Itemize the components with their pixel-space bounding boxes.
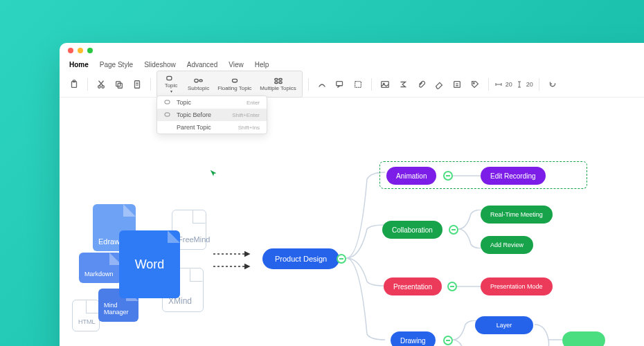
tag-button[interactable] bbox=[467, 77, 483, 92]
paste-button[interactable] bbox=[129, 77, 145, 92]
node-drawing[interactable]: Drawing bbox=[391, 331, 436, 346]
maximize-window-button[interactable] bbox=[87, 48, 93, 53]
svg-rect-8 bbox=[194, 79, 197, 82]
refresh-button[interactable] bbox=[545, 77, 560, 92]
node-animation[interactable]: Animation bbox=[386, 167, 436, 185]
window-titlebar bbox=[60, 43, 644, 58]
copy-button[interactable] bbox=[111, 77, 127, 92]
cursor-icon bbox=[209, 169, 219, 181]
dropdown-parent-topic[interactable]: Parent TopicShift+Ins bbox=[157, 121, 267, 134]
multiple-topics-button[interactable]: Multiple Topics bbox=[256, 73, 300, 95]
svg-rect-17 bbox=[336, 81, 342, 85]
file-html[interactable]: HTML bbox=[72, 300, 100, 331]
v-spacing-control[interactable]: 20 bbox=[515, 80, 533, 89]
menu-home[interactable]: Home bbox=[69, 61, 89, 69]
menubar: Home Page Style Slideshow Advanced View … bbox=[60, 58, 644, 71]
node-presentation[interactable]: Presentation bbox=[384, 277, 442, 295]
dropdown-topic[interactable]: TopicEnter bbox=[157, 96, 267, 109]
svg-rect-10 bbox=[232, 79, 237, 82]
import-arrow-2 bbox=[213, 262, 255, 271]
file-word[interactable]: Word bbox=[119, 230, 180, 298]
menu-slideshow[interactable]: Slideshow bbox=[144, 61, 176, 69]
connector bbox=[535, 320, 562, 346]
svg-rect-15 bbox=[165, 100, 170, 104]
svg-rect-19 bbox=[381, 81, 388, 87]
svg-rect-14 bbox=[278, 81, 281, 83]
topic-button-group: Topic▾ Subtopic Floating Topic Multiple … bbox=[156, 71, 303, 97]
toolbar: Topic▾ Subtopic Floating Topic Multiple … bbox=[60, 71, 644, 98]
menu-page-style[interactable]: Page Style bbox=[100, 61, 133, 69]
clipboard-button[interactable] bbox=[66, 77, 82, 92]
menu-advanced[interactable]: Advanced bbox=[187, 61, 217, 69]
file-markdown[interactable]: Markdown bbox=[79, 253, 122, 283]
svg-rect-18 bbox=[355, 81, 361, 87]
collapse-animation[interactable] bbox=[443, 171, 453, 181]
attachment-button[interactable] bbox=[413, 77, 429, 92]
node-add-review[interactable]: Add Review bbox=[481, 236, 533, 254]
svg-point-22 bbox=[473, 82, 474, 84]
boundary-button[interactable] bbox=[350, 77, 366, 92]
close-window-button[interactable] bbox=[68, 48, 73, 53]
eraser-button[interactable] bbox=[431, 77, 447, 92]
node-edit-recording[interactable]: Edit Recording bbox=[481, 167, 546, 185]
topic-dropdown-menu: TopicEnter Topic BeforeShift+Enter Paren… bbox=[156, 95, 267, 134]
svg-rect-11 bbox=[274, 78, 277, 80]
node-summary[interactable] bbox=[562, 331, 605, 346]
menu-help[interactable]: Help bbox=[255, 61, 269, 69]
node-layer[interactable]: Layer bbox=[475, 316, 533, 334]
node-realtime-meeting[interactable]: Real-Time Meeting bbox=[481, 206, 553, 224]
collapse-drawing[interactable] bbox=[443, 336, 453, 345]
node-presentation-mode[interactable]: Presentation Mode bbox=[481, 277, 553, 295]
collapse-root[interactable] bbox=[337, 254, 346, 264]
dropdown-topic-before[interactable]: Topic BeforeShift+Enter bbox=[157, 109, 267, 121]
svg-rect-6 bbox=[135, 80, 140, 88]
canvas[interactable]: FreeMind XMind HTML EdrawM Markdown Mind… bbox=[60, 98, 644, 346]
app-window: Home Page Style Slideshow Advanced View … bbox=[60, 43, 644, 346]
svg-rect-16 bbox=[165, 113, 170, 116]
subtopic-button[interactable]: Subtopic bbox=[184, 73, 213, 95]
collapse-collab[interactable] bbox=[449, 225, 458, 235]
image-button[interactable] bbox=[377, 77, 393, 92]
formula-button[interactable] bbox=[395, 77, 411, 92]
menu-view[interactable]: View bbox=[229, 61, 244, 69]
svg-rect-9 bbox=[199, 80, 202, 82]
note-button[interactable] bbox=[449, 77, 465, 92]
node-collaboration[interactable]: Collaboration bbox=[382, 221, 442, 239]
import-arrow-1 bbox=[213, 250, 255, 258]
h-spacing-control[interactable]: 20 bbox=[494, 80, 512, 89]
floating-topic-button[interactable]: Floating Topic bbox=[213, 73, 256, 95]
cut-button[interactable] bbox=[93, 77, 109, 92]
callout-button[interactable] bbox=[332, 77, 348, 92]
svg-rect-21 bbox=[454, 81, 460, 87]
topic-button[interactable]: Topic▾ bbox=[159, 73, 184, 95]
svg-point-3 bbox=[102, 85, 105, 88]
connector bbox=[453, 171, 481, 181]
svg-rect-7 bbox=[167, 77, 172, 80]
collapse-presentation[interactable] bbox=[447, 282, 457, 291]
minimize-window-button[interactable] bbox=[78, 48, 83, 53]
svg-rect-13 bbox=[274, 81, 277, 83]
svg-rect-12 bbox=[278, 78, 281, 80]
connector bbox=[453, 320, 476, 346]
svg-point-2 bbox=[98, 85, 101, 88]
node-root[interactable]: Product Design bbox=[262, 248, 339, 269]
connector bbox=[458, 210, 482, 248]
relation-button[interactable] bbox=[314, 77, 330, 92]
connector bbox=[457, 282, 482, 291]
connector bbox=[346, 167, 385, 346]
